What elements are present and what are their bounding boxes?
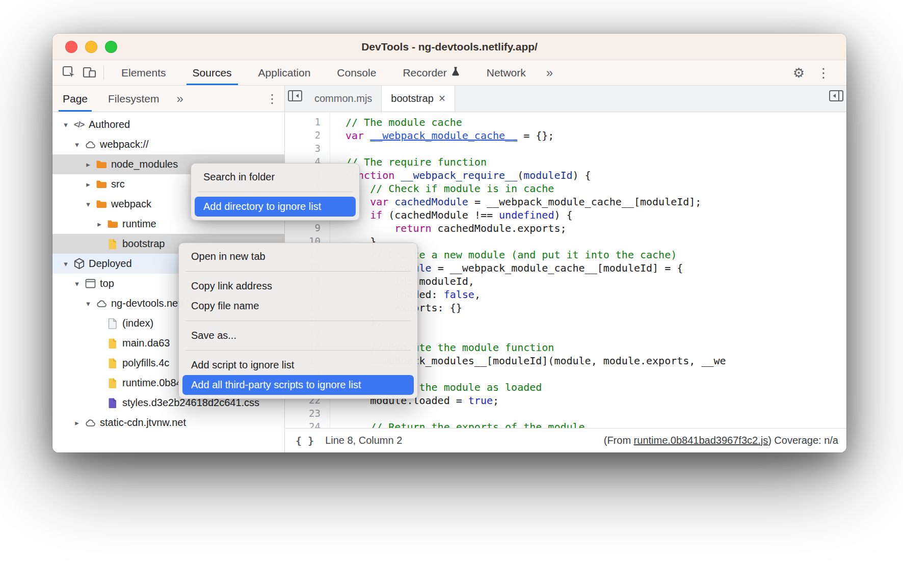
tree-item-label: polyfills.4c <box>122 357 169 369</box>
main-toolbar: ElementsSourcesApplicationConsoleRecorde… <box>52 60 846 86</box>
code-line <box>346 328 846 341</box>
line-number[interactable]: 1 <box>285 116 321 129</box>
code-line: var cachedModule = __webpack_module_cach… <box>346 196 846 209</box>
code-line: exports: {} <box>346 302 846 315</box>
show-debugger-sidebar-icon[interactable] <box>826 86 846 106</box>
tab-label: common.mjs <box>314 93 372 104</box>
code-line: if (cachedModule !== undefined) { <box>346 209 846 222</box>
menu-separator <box>185 350 411 351</box>
code-line: // The require function <box>346 156 846 169</box>
panel-tab-label: Sources <box>193 67 232 79</box>
file-yellow-icon <box>105 358 120 369</box>
collapse-arrow-icon[interactable]: ▾ <box>82 200 94 209</box>
code-line: // Execute the module function <box>346 341 846 355</box>
from-prefix: (From <box>604 435 634 446</box>
code-line: } <box>346 235 846 249</box>
more-navigator-tabs-icon[interactable]: » <box>169 92 190 106</box>
code-line: __webpack_modules__[moduleId](module, mo… <box>346 355 846 368</box>
tree-item-label: static-cdn.jtvnw.net <box>100 417 186 429</box>
directory-context-menu: Search in folderAdd directory to ignore … <box>191 163 360 221</box>
tree-item-authored[interactable]: ▾</>Authored <box>52 115 284 135</box>
navigator-tab-filesystem[interactable]: Filesystem <box>98 86 169 112</box>
more-panels-icon[interactable]: » <box>539 66 560 80</box>
sourcemap-file-link[interactable]: runtime.0b841bad3967f3c2.js <box>634 435 768 446</box>
code-line: id: moduleId, <box>346 275 846 288</box>
cursor-position: Line 8, Column 2 <box>325 435 402 446</box>
panel-tab-elements[interactable]: Elements <box>108 60 179 85</box>
collapse-arrow-icon[interactable]: ▾ <box>82 299 94 308</box>
expand-arrow-icon[interactable]: ▸ <box>82 180 94 189</box>
panel-tab-network[interactable]: Network <box>473 60 539 85</box>
code-line: module.loaded = true; <box>346 394 846 408</box>
minimize-window-button[interactable] <box>85 41 97 53</box>
code-line: // The module cache <box>346 116 846 129</box>
tree-item-label: src <box>111 178 125 190</box>
status-bar: { } Line 8, Column 2 (From runtime.0b841… <box>285 428 846 452</box>
panel-tab-sources[interactable]: Sources <box>179 60 245 85</box>
menu-item-search-in-folder[interactable]: Search in folder <box>191 167 359 187</box>
folder-icon <box>94 159 109 169</box>
panel-tab-application[interactable]: Application <box>245 60 324 85</box>
inspect-element-icon[interactable] <box>59 63 79 83</box>
menu-item-copy-file-name[interactable]: Copy file name <box>179 296 417 316</box>
code-brackets-icon: </> <box>72 120 86 129</box>
sourcemap-info: (From runtime.0b841bad3967f3c2.js) Cover… <box>604 435 838 446</box>
kebab-menu-icon[interactable]: ⋮ <box>811 66 836 79</box>
frame-icon <box>83 279 97 288</box>
navigator-tab-page[interactable]: Page <box>52 86 98 112</box>
zoom-window-button[interactable] <box>105 41 117 53</box>
collapse-arrow-icon[interactable]: ▾ <box>71 140 83 149</box>
tree-item-label: Authored <box>89 119 130 130</box>
menu-item-add-directory-to-ignore-list[interactable]: Add directory to ignore list <box>195 197 356 217</box>
panel-tab-label: Console <box>337 67 376 79</box>
tab-common-mjs[interactable]: common.mjs <box>305 86 381 112</box>
tree-item-static-cdn-jtvnw-net[interactable]: ▸static-cdn.jtvnw.net <box>52 413 284 433</box>
line-number[interactable]: 3 <box>285 143 321 156</box>
expand-arrow-icon[interactable]: ▸ <box>71 418 83 427</box>
device-toolbar-icon[interactable] <box>79 63 99 83</box>
panel-tabs: ElementsSourcesApplicationConsoleRecorde… <box>108 60 539 85</box>
settings-gear-icon[interactable]: ⚙ <box>787 66 811 79</box>
navigator-tabbar: PageFilesystem » ⋮ <box>52 86 285 112</box>
line-number[interactable]: 23 <box>285 408 321 421</box>
navigator-overflow-menu-icon[interactable]: ⋮ <box>260 93 284 105</box>
panel-tab-label: Elements <box>121 67 166 79</box>
menu-item-copy-link-address[interactable]: Copy link address <box>179 276 417 296</box>
devtools-window: DevTools - ng-devtools.netlify.app/ Elem… <box>52 34 846 452</box>
line-number[interactable]: 9 <box>285 222 321 235</box>
expand-arrow-icon[interactable]: ▸ <box>82 160 94 169</box>
editor-tabbar: common.mjs bootstrap × <box>285 86 846 112</box>
menu-item-add-all-third-party-scripts-to-ignore-list[interactable]: Add all third-party scripts to ignore li… <box>182 375 414 395</box>
collapse-arrow-icon[interactable]: ▾ <box>71 279 83 288</box>
tab-bootstrap[interactable]: bootstrap × <box>381 86 455 112</box>
line-number[interactable]: 2 <box>285 129 321 143</box>
file-yellow-icon <box>105 378 120 389</box>
expand-arrow-icon[interactable]: ▸ <box>93 220 105 229</box>
menu-separator <box>185 271 411 272</box>
panel-tab-console[interactable]: Console <box>324 60 389 85</box>
pretty-print-icon[interactable]: { } <box>296 435 314 447</box>
tree-item-label: Deployed <box>89 258 132 270</box>
code-line: function __webpack_require__(moduleId) { <box>346 169 846 182</box>
tree-item-label: (index) <box>122 317 153 329</box>
collapse-arrow-icon[interactable]: ▾ <box>60 120 72 129</box>
panel-tab-label: Recorder <box>403 67 446 79</box>
close-tab-icon[interactable]: × <box>439 92 445 105</box>
panel-tab-recorder[interactable]: Recorder <box>389 60 473 85</box>
code-line <box>346 408 846 421</box>
titlebar: DevTools - ng-devtools.netlify.app/ <box>52 34 846 60</box>
tree-item-label: webpack <box>111 198 151 210</box>
code-line <box>346 368 846 381</box>
panel-tab-label: Network <box>487 67 526 79</box>
close-window-button[interactable] <box>65 41 77 53</box>
menu-item-open-in-new-tab[interactable]: Open in new tab <box>179 247 417 266</box>
collapse-arrow-icon[interactable]: ▾ <box>60 259 72 269</box>
hide-navigator-icon[interactable] <box>285 86 305 106</box>
tree-item-webpack-[interactable]: ▾webpack:// <box>52 135 284 154</box>
line-number[interactable]: 24 <box>285 421 321 428</box>
menu-item-add-script-to-ignore-list[interactable]: Add script to ignore list <box>179 355 417 375</box>
cloud-icon <box>94 299 109 308</box>
menu-item-save-as-[interactable]: Save as... <box>179 326 417 345</box>
menu-separator <box>198 192 353 192</box>
folder-icon <box>94 199 109 209</box>
